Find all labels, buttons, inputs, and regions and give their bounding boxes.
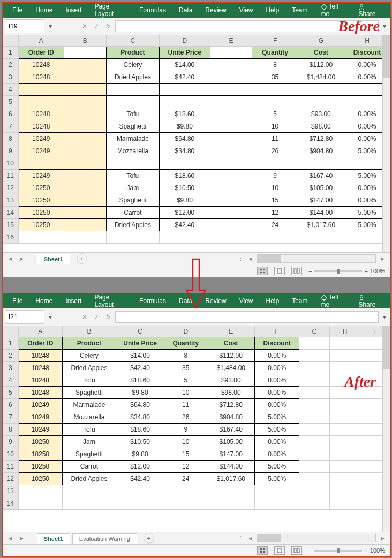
cell-B14[interactable] — [64, 207, 106, 219]
cell-G9[interactable] — [299, 436, 330, 448]
cell-D13[interactable]: $9.80 — [160, 194, 210, 207]
cell-F10[interactable] — [252, 157, 298, 170]
cell-C5[interactable] — [106, 96, 160, 108]
cell-E7[interactable] — [210, 120, 252, 133]
cell-B3[interactable] — [64, 71, 106, 84]
tab-scroll-divider-icon[interactable]: ⋮ — [238, 255, 244, 262]
cell-E2[interactable] — [210, 59, 252, 71]
cell-B11[interactable]: Carrot — [63, 461, 116, 473]
col-header-C[interactable]: C — [106, 35, 160, 47]
cell-A3[interactable]: 10248 — [18, 71, 64, 84]
cell-C14[interactable] — [116, 497, 164, 510]
cell-A8[interactable]: 10249 — [18, 424, 62, 436]
ribbon-tab-help[interactable]: Help — [260, 294, 286, 308]
cell-H3[interactable] — [330, 362, 360, 374]
cell-F2[interactable]: 0.00% — [255, 350, 299, 362]
cell-D5[interactable]: 10 — [164, 387, 207, 399]
col-header-B[interactable]: B — [64, 35, 106, 47]
cell-C9[interactable]: $10.50 — [116, 436, 164, 448]
cell-G4[interactable] — [299, 374, 330, 387]
row-header-4[interactable]: 4 — [3, 374, 18, 387]
cell-G13[interactable]: $147.00 — [298, 194, 344, 207]
cell-E13[interactable] — [207, 485, 255, 497]
cell-D12[interactable]: $10.50 — [160, 182, 210, 194]
cell-C16[interactable] — [106, 231, 160, 244]
cell-C1[interactable]: Unite Price — [116, 337, 164, 350]
ribbon-tab-data[interactable]: Data — [172, 294, 199, 308]
cell-A4[interactable] — [18, 84, 64, 96]
cell-C15[interactable]: Dried Apples — [106, 219, 160, 231]
sheet-tab-evaluation-warning[interactable]: Evaluation Warning — [72, 533, 137, 544]
cell-F13[interactable]: 15 — [252, 194, 298, 207]
add-sheet-button[interactable]: + — [77, 253, 87, 264]
cell-D3[interactable]: 35 — [164, 362, 207, 374]
cell-B13[interactable] — [63, 485, 116, 497]
row-header-6[interactable]: 6 — [3, 108, 18, 120]
cell-G12[interactable]: $105.00 — [298, 182, 344, 194]
cell-A10[interactable] — [18, 157, 64, 170]
cell-F12[interactable]: 10 — [252, 182, 298, 194]
ribbon-tab-team[interactable]: Team — [285, 294, 314, 308]
cell-H4[interactable] — [330, 374, 360, 387]
cell-C4[interactable] — [106, 84, 160, 96]
page-layout-view-icon[interactable] — [274, 267, 285, 275]
cell-A6[interactable]: 10248 — [18, 108, 64, 120]
row-header-14[interactable]: 14 — [3, 497, 18, 510]
cell-D16[interactable] — [160, 231, 210, 244]
cell-F3[interactable]: 35 — [252, 71, 298, 84]
cell-C7[interactable]: Spaghetti — [106, 120, 160, 133]
col-header-A[interactable]: A — [18, 35, 64, 47]
cell-H1[interactable] — [330, 337, 360, 350]
cell-E5[interactable]: $98.00 — [207, 387, 255, 399]
row-header-13[interactable]: 13 — [3, 485, 18, 497]
zoom-slider[interactable] — [314, 550, 362, 552]
ribbon-tab-view[interactable]: View — [233, 3, 260, 17]
cell-B10[interactable]: Spaghetti — [63, 448, 116, 461]
cell-D9[interactable]: $34.80 — [160, 145, 210, 157]
cell-D14[interactable] — [164, 497, 207, 510]
cell-H14[interactable] — [330, 497, 360, 510]
cell-C2[interactable]: Celery — [106, 59, 160, 71]
sheet-tab-sheet1[interactable]: Sheet1 — [37, 254, 70, 264]
cell-D8[interactable]: $64.80 — [160, 133, 210, 145]
cell-B6[interactable] — [64, 108, 106, 120]
cell-B8[interactable]: Tofu — [63, 424, 116, 436]
cell-B3[interactable]: Dried Apples — [63, 362, 116, 374]
name-box-dropdown[interactable]: ▾ — [47, 311, 54, 323]
row-header-8[interactable]: 8 — [3, 133, 18, 145]
row-header-2[interactable]: 2 — [3, 59, 18, 71]
col-header-H[interactable]: H — [330, 326, 360, 337]
cell-E4[interactable] — [210, 84, 252, 96]
cell-B10[interactable] — [64, 157, 106, 170]
col-header-D[interactable]: D — [160, 35, 210, 47]
hscroll-left-icon[interactable]: ◄ — [246, 535, 255, 541]
cell-G5[interactable] — [299, 387, 330, 399]
name-box-dropdown[interactable]: ▾ — [47, 20, 54, 32]
cell-G11[interactable]: $167.40 — [298, 170, 344, 182]
cell-G8[interactable] — [299, 424, 330, 436]
cell-B9[interactable]: Jam — [63, 436, 116, 448]
cell-B7[interactable] — [64, 120, 106, 133]
formula-bar[interactable] — [115, 20, 379, 32]
enter-formula-icon[interactable]: ✓ — [92, 312, 101, 322]
cell-A14[interactable] — [18, 497, 62, 510]
cell-G1[interactable] — [299, 337, 330, 350]
row-header-3[interactable]: 3 — [3, 71, 18, 84]
horizontal-scrollbar[interactable] — [257, 534, 376, 542]
cell-C3[interactable]: $42.40 — [116, 362, 164, 374]
cell-C9[interactable]: Mozzarella — [106, 145, 160, 157]
row-header-8[interactable]: 8 — [3, 424, 18, 436]
cell-E14[interactable] — [207, 497, 255, 510]
cell-D11[interactable]: $18.60 — [160, 170, 210, 182]
ribbon-tab-insert[interactable]: Insert — [59, 294, 88, 308]
cell-B1[interactable] — [64, 47, 106, 59]
cell-A10[interactable]: 10250 — [18, 448, 62, 461]
cell-C12[interactable]: $42.40 — [116, 473, 164, 485]
select-all-corner[interactable] — [3, 326, 18, 337]
cell-G16[interactable] — [298, 231, 344, 244]
row-header-3[interactable]: 3 — [3, 362, 18, 374]
zoom-control[interactable]: − + 100% — [308, 268, 385, 274]
cell-H7[interactable] — [330, 411, 360, 424]
cell-G6[interactable] — [299, 399, 330, 411]
cell-B13[interactable] — [64, 194, 106, 207]
